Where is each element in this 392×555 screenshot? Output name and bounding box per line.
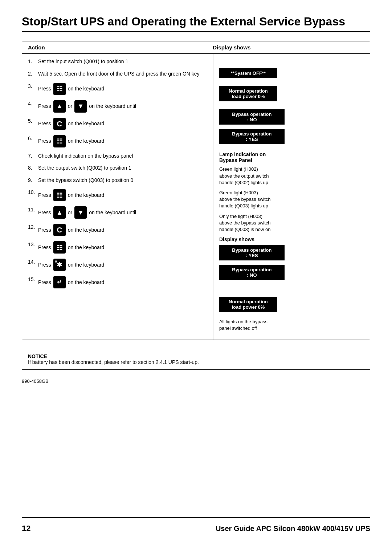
display-column: **System OFF** Normal operation load pow… (213, 54, 370, 340)
lamp-text-2: Green light (H003) above the bypass swit… (219, 190, 364, 210)
bypass-yes-1-badge: Bypass operation : YES (219, 129, 285, 144)
action-12: 12. Press C on the keyboard (28, 224, 207, 236)
notice-box: NOTICE If battery has been disconnected,… (22, 349, 370, 370)
all-lights-off-text: All lights on the bypass panel switched … (219, 319, 364, 332)
display-bypass-yes-1: Bypass operation : YES (219, 129, 364, 146)
action-7: 7. Check light indication on the bypass … (28, 153, 207, 160)
lamp-section: Lamp indication on Bypass Panel Green li… (219, 151, 364, 233)
display-normal-op-2: Normal operation load power 0% (219, 297, 364, 315)
action-4: 4. Press ▲ or ▼ on the keyboard until (28, 100, 207, 113)
title-divider (22, 31, 370, 32)
normal-op-2-badge: Normal operation load power 0% (219, 297, 277, 312)
display-bypass-no-1: Bypass operation : NO (219, 109, 364, 127)
action-14: 14. Press 0 ✱ on the keyboard (28, 259, 207, 271)
action-2: 2. Wait 5 sec. Open the front door of th… (28, 70, 207, 78)
action-1: 1. Set the input switch (Q001) to positi… (28, 58, 207, 65)
kbd-c-icon-12: C (53, 224, 66, 236)
lamp-text-3: Only the light (H003) above the bypass s… (219, 213, 364, 233)
action-13: 13. Press ☷ on the keyboard (28, 241, 207, 254)
footer-guide-title: User Guide APC Silcon 480kW 400/415V UPS (216, 524, 370, 533)
kbd-c-icon-5: C (53, 118, 66, 130)
kbd-up-arrow-icon: ▲ (53, 100, 66, 113)
bypass-yes-2-badge: Bypass operation : YES (219, 245, 285, 260)
bypass-no-1-badge: Bypass operation : NO (219, 109, 285, 125)
footer: 12 User Guide APC Silcon 480kW 400/415V … (22, 517, 370, 533)
display-bypass-no-2: Bypass operation : NO (219, 265, 364, 282)
page: Stop/Start UPS and Operating the Externa… (0, 0, 392, 555)
action-5: 5. Press C on the keyboard (28, 118, 207, 130)
page-title: Stop/Start UPS and Operating the Externa… (22, 15, 370, 28)
kbd-star-icon: 0 ✱ (53, 259, 66, 271)
col-display-header: Display shows (213, 44, 364, 50)
bypass-no-2-badge: Bypass operation : NO (219, 265, 285, 280)
action-column: 1. Set the input switch (Q001) to positi… (22, 54, 213, 340)
kbd-down-arrow-icon-11: ▼ (74, 206, 87, 219)
kbd-down-arrow-icon: ▼ (74, 100, 87, 113)
kbd-hash-icon-13: ☷ (53, 241, 66, 254)
doc-number: 990-4058GB (22, 378, 370, 384)
action-6: 6. Press ☷ on the keyboard (28, 135, 207, 147)
main-table: Action Display shows 1. Set the input sw… (22, 41, 370, 340)
kbd-enter-icon: ↵ (53, 276, 66, 288)
kbd-hash-icon-6: ☷ (53, 135, 66, 147)
display-bypass-yes-2: Bypass operation : YES (219, 245, 364, 263)
action-11: 11. Press ▲ or ▼ on the keyboard until (28, 206, 207, 219)
system-off-badge: **System OFF** (219, 68, 277, 78)
display-shows-2-label: Display shows (219, 236, 364, 242)
action-15: 15. Press ↵ on the keyboard (28, 276, 207, 288)
kbd-hash-icon-10: ☷ (53, 189, 66, 201)
display-normal-op-1: Normal operation load power 0% (219, 86, 364, 104)
lamp-title: Lamp indication on Bypass Panel (219, 151, 364, 163)
display-system-off: **System OFF** (219, 68, 364, 81)
notice-title: NOTICE (28, 353, 47, 359)
action-10: 10. Press ☷ on the keyboard (28, 189, 207, 201)
footer-page-number: 12 (22, 524, 30, 533)
action-9: 9. Set the bypass switch (Q003) to posit… (28, 177, 207, 184)
kbd-hash-icon-3: ☷ (53, 83, 66, 95)
notice-text: If battery has been disconnected, please… (28, 359, 199, 365)
lamp-text-1: Green light (H002) above the output swit… (219, 166, 364, 186)
table-body: 1. Set the input switch (Q001) to positi… (22, 54, 370, 340)
table-header: Action Display shows (22, 41, 370, 54)
action-8: 8. Set the output switch (Q002) to posit… (28, 165, 207, 172)
col-action-header: Action (28, 44, 213, 50)
kbd-up-arrow-icon-11: ▲ (53, 206, 66, 219)
normal-op-1-badge: Normal operation load power 0% (219, 86, 277, 101)
action-3: 3. Press ☷ on the keyboard (28, 83, 207, 95)
